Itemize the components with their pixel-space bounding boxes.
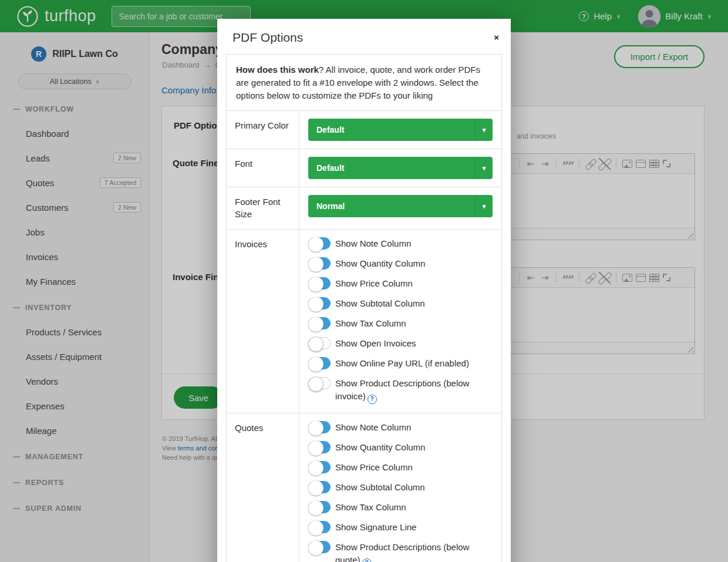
toggle-row: Show Subtotal Column <box>308 297 493 310</box>
toggle-row: Show Quantity Column <box>308 441 493 454</box>
toggle-switch[interactable] <box>308 501 331 513</box>
modal-toggle-group: Quotes Show Note Column Show Quantity Co… <box>227 413 501 562</box>
select-label: Font <box>227 149 299 187</box>
caret-down-icon <box>475 157 493 179</box>
modal-body: How does this work? All invoice, quote, … <box>226 54 502 562</box>
selected-value: Default <box>316 125 344 134</box>
group-label: Quotes <box>227 413 299 562</box>
toggle-row: Show Tax Column <box>308 317 493 330</box>
modal-select-row: Footer Font Size Normal <box>227 187 501 230</box>
toggle-label: Show Subtotal Column <box>335 482 425 492</box>
toggle-row: Show Product Descriptions (below invoice… <box>308 377 493 404</box>
toggle-switch[interactable] <box>308 521 331 533</box>
toggle-label: Show Price Column <box>335 462 413 472</box>
toggle-switch[interactable] <box>308 317 331 329</box>
help-icon[interactable] <box>368 395 377 404</box>
toggle-label: Show Open Invoices <box>335 338 416 348</box>
dropdown-select[interactable]: Default <box>308 157 493 179</box>
select-label: Footer Font Size <box>227 187 299 229</box>
toggle-label: Show Tax Column <box>335 502 406 512</box>
toggle-switch[interactable] <box>308 257 331 270</box>
toggle-label: Show Online Pay URL (if enabled) <box>335 358 469 368</box>
toggle-label: Show Product Descriptions (below quote) <box>335 542 469 562</box>
caret-down-icon <box>475 195 493 217</box>
toggle-switch[interactable] <box>308 421 331 433</box>
toggle-row: Show Tax Column <box>308 501 493 514</box>
modal-select-row: Font Default <box>227 149 501 187</box>
toggle-label: Show Signature Line <box>335 522 416 532</box>
modal-select-row: Primary Color Default <box>227 111 501 149</box>
toggle-switch[interactable] <box>308 337 331 349</box>
selected-value: Normal <box>316 201 345 211</box>
toggle-switch[interactable] <box>308 377 331 389</box>
help-icon[interactable] <box>362 558 372 562</box>
close-icon[interactable]: × <box>494 33 499 42</box>
intro-bold: How does this work <box>236 65 319 75</box>
toggle-label: Show Note Column <box>335 422 411 432</box>
toggle-label: Show Price Column <box>335 278 413 288</box>
toggle-switch[interactable] <box>308 297 331 309</box>
dropdown-select[interactable]: Normal <box>308 195 493 217</box>
toggle-switch[interactable] <box>308 237 331 250</box>
toggle-row: Show Price Column <box>308 461 493 474</box>
toggle-switch[interactable] <box>308 461 331 473</box>
toggle-switch[interactable] <box>308 277 331 290</box>
modal-toggle-group: Invoices Show Note Column Show Quantity … <box>227 230 501 413</box>
toggle-switch[interactable] <box>308 357 331 369</box>
toggle-row: Show Note Column <box>308 237 493 250</box>
modal-intro: How does this work? All invoice, quote, … <box>227 55 501 111</box>
toggle-label: Show Product Descriptions (below invoice… <box>335 378 469 401</box>
selected-value: Default <box>316 163 344 173</box>
toggle-row: Show Open Invoices <box>308 337 493 350</box>
toggle-row: Show Online Pay URL (if enabled) <box>308 357 493 370</box>
toggle-row: Show Price Column <box>308 277 493 290</box>
toggle-switch[interactable] <box>308 541 331 553</box>
toggle-row: Show Quantity Column <box>308 257 493 270</box>
toggle-label: Show Quantity Column <box>335 258 425 268</box>
toggle-switch[interactable] <box>308 441 331 453</box>
toggle-row: Show Note Column <box>308 421 493 434</box>
toggle-label: Show Subtotal Column <box>335 298 425 308</box>
dropdown-select[interactable]: Default <box>308 119 493 141</box>
group-label: Invoices <box>227 230 299 413</box>
toggle-label: Show Tax Column <box>335 318 406 328</box>
modal-title: PDF Options <box>232 31 496 45</box>
toggle-row: Show Product Descriptions (below quote) <box>308 541 493 562</box>
toggle-row: Show Signature Line <box>308 521 493 534</box>
toggle-row: Show Subtotal Column <box>308 481 493 494</box>
pdf-options-modal: PDF Options × How does this work? All in… <box>217 19 511 562</box>
modal-header: PDF Options × <box>217 19 511 54</box>
toggle-switch[interactable] <box>308 481 331 493</box>
caret-down-icon <box>475 119 493 141</box>
select-label: Primary Color <box>227 111 299 149</box>
toggle-label: Show Quantity Column <box>335 442 425 452</box>
toggle-label: Show Note Column <box>335 238 411 248</box>
